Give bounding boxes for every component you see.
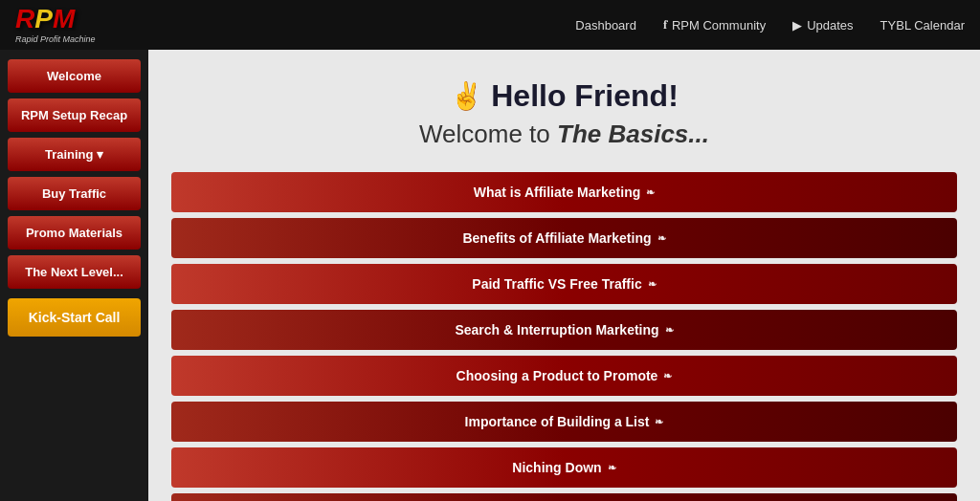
kickstart-call-button[interactable]: Kick-Start Call bbox=[8, 298, 141, 337]
sidebar-welcome-button[interactable]: Welcome bbox=[8, 59, 141, 93]
logo-p: P bbox=[34, 4, 53, 33]
nav-links: Dashboard 𝐟 RPM Community ▶ Updates TYBL… bbox=[575, 17, 965, 33]
top-nav: RPM Rapid Profit Machine Dashboard 𝐟 RPM… bbox=[0, 0, 980, 50]
chevron-down-icon: ❧ bbox=[648, 278, 657, 291]
sidebar-promo-materials-button[interactable]: Promo Materials bbox=[8, 216, 141, 250]
accordion-search-interruption[interactable]: Search & Interruption Marketing ❧ bbox=[171, 310, 957, 350]
nav-dashboard[interactable]: Dashboard bbox=[575, 18, 636, 33]
accordion-label: Paid Traffic VS Free Traffic bbox=[472, 276, 641, 292]
accordion-label: Benefits of Affiliate Marketing bbox=[462, 230, 651, 246]
main-content: ✌ Hello Friend! Welcome to The Basics...… bbox=[148, 50, 980, 501]
nav-dashboard-label: Dashboard bbox=[575, 18, 636, 33]
welcome-subtitle: Welcome to The Basics... bbox=[171, 120, 957, 149]
sidebar-training-button[interactable]: Training ▾ bbox=[8, 138, 141, 171]
chevron-down-icon: ❧ bbox=[608, 462, 616, 474]
main-layout: Welcome RPM Setup Recap Training ▾ Buy T… bbox=[0, 50, 980, 501]
accordion-niching-down[interactable]: Niching Down ❧ bbox=[171, 447, 957, 488]
nav-tybl-calendar[interactable]: TYBL Calendar bbox=[880, 18, 965, 33]
welcome-prefix: Welcome to bbox=[419, 120, 557, 148]
nav-community-label: RPM Community bbox=[672, 18, 766, 33]
chevron-down-icon: ❧ bbox=[665, 324, 674, 337]
chevron-down-icon: ❧ bbox=[655, 416, 663, 428]
accordion-importance-building[interactable]: Importance of Building a List ❧ bbox=[171, 402, 957, 442]
welcome-italic: The Basics... bbox=[557, 120, 709, 148]
accordion-choosing-product[interactable]: Choosing a Product to Promote ❧ bbox=[171, 356, 957, 396]
accordion-what-is-affiliate[interactable]: What is Affiliate Marketing ❧ bbox=[171, 172, 957, 212]
facebook-icon: 𝐟 bbox=[663, 17, 667, 33]
accordion-label: Search & Interruption Marketing bbox=[455, 322, 658, 338]
logo-m: M bbox=[53, 4, 75, 33]
chevron-down-icon: ❧ bbox=[663, 370, 672, 382]
accordion-bridge-capture[interactable]: Using Bridge & Capture Pages ❧ bbox=[171, 493, 957, 501]
logo: RPM bbox=[15, 6, 96, 33]
logo-area: RPM Rapid Profit Machine bbox=[15, 6, 96, 44]
logo-r: R bbox=[15, 4, 34, 33]
chevron-down-icon: ❧ bbox=[646, 186, 655, 199]
accordion-label: Importance of Building a List bbox=[465, 414, 650, 429]
sidebar-next-level-button[interactable]: The Next Level... bbox=[8, 255, 141, 289]
logo-subtitle: Rapid Profit Machine bbox=[15, 34, 96, 44]
nav-updates-label: Updates bbox=[807, 18, 853, 33]
content-header: ✌ Hello Friend! Welcome to The Basics... bbox=[171, 78, 957, 149]
nav-rpm-community[interactable]: 𝐟 RPM Community bbox=[663, 17, 766, 33]
wave-icon: ✌ bbox=[450, 80, 483, 112]
accordion-paid-traffic[interactable]: Paid Traffic VS Free Traffic ❧ bbox=[171, 264, 957, 304]
play-icon: ▶ bbox=[792, 18, 802, 33]
accordion-list: What is Affiliate Marketing ❧ Benefits o… bbox=[171, 172, 957, 501]
sidebar-rpm-setup-recap-button[interactable]: RPM Setup Recap bbox=[8, 98, 141, 132]
accordion-label: What is Affiliate Marketing bbox=[474, 185, 641, 200]
chevron-down-icon: ❧ bbox=[657, 232, 666, 245]
hello-text: Hello Friend! bbox=[491, 78, 679, 114]
accordion-benefits-affiliate[interactable]: Benefits of Affiliate Marketing ❧ bbox=[171, 218, 957, 258]
sidebar: Welcome RPM Setup Recap Training ▾ Buy T… bbox=[0, 50, 148, 501]
accordion-label: Choosing a Product to Promote bbox=[457, 368, 658, 383]
sidebar-buy-traffic-button[interactable]: Buy Traffic bbox=[8, 177, 141, 210]
nav-updates[interactable]: ▶ Updates bbox=[792, 18, 853, 33]
hello-title: ✌ Hello Friend! bbox=[171, 78, 957, 114]
accordion-label: Niching Down bbox=[512, 460, 601, 475]
nav-calendar-label: TYBL Calendar bbox=[880, 18, 965, 33]
